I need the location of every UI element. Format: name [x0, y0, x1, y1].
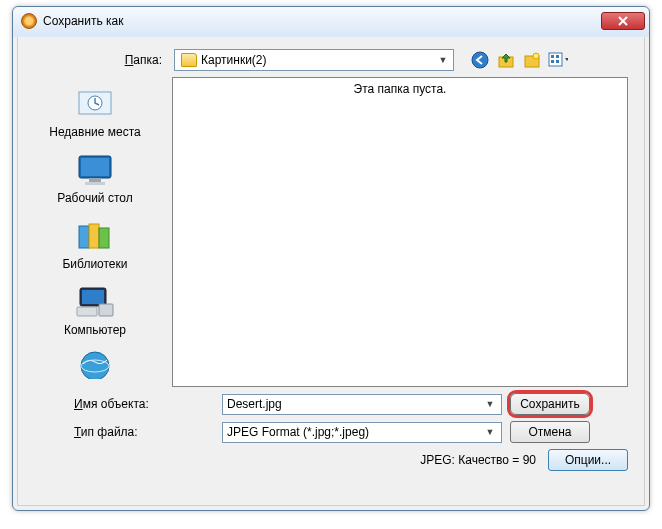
svg-rect-7	[551, 60, 554, 63]
place-label: Компьютер	[64, 323, 126, 337]
svg-rect-21	[99, 304, 113, 316]
folder-combo[interactable]: Картинки(2) ▼	[174, 49, 454, 71]
empty-folder-text: Эта папка пуста.	[354, 82, 447, 386]
place-recent[interactable]: Недавние места	[18, 81, 172, 145]
svg-rect-20	[77, 307, 97, 316]
svg-rect-17	[99, 228, 109, 248]
cancel-button[interactable]: Отмена	[510, 421, 590, 443]
svg-rect-8	[556, 60, 559, 63]
recent-places-icon	[74, 85, 116, 123]
svg-rect-16	[89, 224, 99, 248]
place-label: Библиотеки	[62, 257, 127, 271]
place-libraries[interactable]: Библиотеки	[18, 213, 172, 277]
filename-label: Имя объекта:	[34, 397, 214, 411]
filename-value: Desert.jpg	[227, 397, 282, 411]
svg-rect-12	[81, 158, 109, 176]
save-as-dialog: Сохранить как Папка: Картинки(2) ▼	[12, 6, 650, 511]
place-network[interactable]	[18, 345, 172, 381]
svg-point-0	[472, 52, 488, 68]
filetype-combo[interactable]: JPEG Format (*.jpg;*.jpeg) ▼	[222, 422, 502, 443]
up-one-level-icon	[497, 51, 515, 69]
desktop-icon	[74, 151, 116, 189]
filetype-value: JPEG Format (*.jpg;*.jpeg)	[227, 425, 369, 439]
place-computer[interactable]: Компьютер	[18, 279, 172, 343]
file-list-area[interactable]: Эта папка пуста.	[172, 77, 628, 387]
place-label: Недавние места	[49, 125, 140, 139]
back-icon	[471, 51, 489, 69]
computer-icon	[74, 283, 116, 321]
close-icon	[618, 16, 628, 26]
filetype-label: Тип файла:	[34, 425, 214, 439]
folder-label: Папка:	[34, 53, 166, 67]
svg-rect-13	[89, 178, 101, 182]
svg-rect-14	[85, 182, 105, 185]
chevron-down-icon: ▼	[483, 427, 497, 437]
window-title: Сохранить как	[43, 14, 123, 28]
svg-rect-15	[79, 226, 89, 248]
folder-icon	[181, 53, 197, 67]
svg-rect-19	[82, 290, 104, 304]
filename-input[interactable]: Desert.jpg ▼	[222, 394, 502, 415]
place-desktop[interactable]: Рабочий стол	[18, 147, 172, 211]
options-button[interactable]: Опции...	[548, 449, 628, 471]
new-folder-icon	[523, 51, 541, 69]
save-button[interactable]: Сохранить	[510, 393, 590, 415]
svg-rect-4	[549, 53, 562, 66]
nav-back-button[interactable]	[470, 50, 490, 70]
quality-status-text: JPEG: Качество = 90	[420, 453, 536, 467]
titlebar: Сохранить как	[13, 7, 649, 35]
libraries-icon	[74, 217, 116, 255]
chevron-down-icon: ▼	[435, 55, 451, 65]
nav-up-button[interactable]	[496, 50, 516, 70]
views-icon	[548, 51, 568, 69]
svg-rect-6	[556, 55, 559, 58]
svg-rect-5	[551, 55, 554, 58]
close-button[interactable]	[601, 12, 645, 30]
nav-newfolder-button[interactable]	[522, 50, 542, 70]
app-icon	[21, 13, 37, 29]
svg-point-22	[81, 352, 109, 379]
chevron-down-icon: ▼	[483, 399, 497, 409]
svg-point-3	[533, 53, 539, 59]
folder-name: Картинки(2)	[201, 53, 267, 67]
places-bar: Недавние места Рабочий стол Библиотеки	[18, 77, 172, 387]
place-label: Рабочий стол	[57, 191, 132, 205]
nav-views-button[interactable]	[548, 50, 568, 70]
network-icon	[74, 349, 116, 379]
